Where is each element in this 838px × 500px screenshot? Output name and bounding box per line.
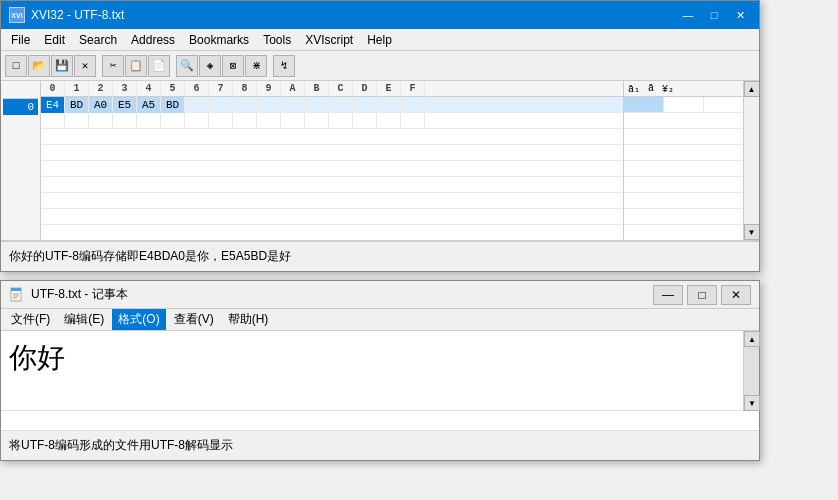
empty-cell bbox=[161, 113, 185, 129]
hex-cell-0-0[interactable]: E4 bbox=[41, 97, 65, 113]
hex-cell-0-b[interactable] bbox=[305, 97, 329, 113]
toolbar-open[interactable]: 📂 bbox=[28, 55, 50, 77]
hex-cell-0-3[interactable]: E5 bbox=[113, 97, 137, 113]
hex-cell-0-9[interactable] bbox=[257, 97, 281, 113]
menu-tools[interactable]: Tools bbox=[257, 31, 297, 49]
hex-row-6 bbox=[41, 193, 623, 209]
hex-row-2 bbox=[41, 129, 623, 145]
hex-col-7: 7 bbox=[209, 81, 233, 97]
notepad-maximize-button[interactable]: □ bbox=[687, 285, 717, 305]
notepad-menu-view[interactable]: 查看(V) bbox=[168, 309, 220, 330]
hex-cell-0-2[interactable]: A0 bbox=[89, 97, 113, 113]
notepad-close-button[interactable]: ✕ bbox=[721, 285, 751, 305]
notepad-scroll-track[interactable] bbox=[744, 347, 759, 395]
char-row-6 bbox=[624, 193, 743, 209]
toolbar-paste[interactable]: 📄 bbox=[148, 55, 170, 77]
notepad-app-icon bbox=[9, 287, 25, 303]
hex-col-0: 0 bbox=[41, 81, 65, 97]
offset-row-empty-6 bbox=[3, 195, 38, 211]
toolbar-btn6[interactable]: ⊠ bbox=[222, 55, 244, 77]
empty-cell bbox=[137, 113, 161, 129]
notepad-menu-file[interactable]: 文件(F) bbox=[5, 309, 56, 330]
empty-cell bbox=[113, 113, 137, 129]
char-cell-0 bbox=[624, 97, 664, 112]
notepad-content-text: 你好 bbox=[9, 339, 65, 377]
xvi32-minimize-button[interactable]: — bbox=[677, 6, 699, 24]
notepad-window: UTF-8.txt - 记事本 — □ ✕ 文件(F) 编辑(E) 格式(O) … bbox=[0, 280, 760, 461]
hex-grid: 0 1 2 3 4 5 6 7 8 9 A B C D E F E4 BD bbox=[41, 81, 623, 240]
empty-cell bbox=[65, 113, 89, 129]
notepad-title-left: UTF-8.txt - 记事本 bbox=[9, 286, 128, 303]
hex-cell-0-a[interactable] bbox=[281, 97, 305, 113]
empty-cell bbox=[305, 113, 329, 129]
empty-cell bbox=[329, 113, 353, 129]
notepad-content-wrapper: 你好 ▲ ▼ bbox=[1, 331, 759, 411]
hex-cell-0-1[interactable]: BD bbox=[65, 97, 89, 113]
hex-cell-0-8[interactable] bbox=[233, 97, 257, 113]
empty-cell bbox=[377, 113, 401, 129]
toolbar-save[interactable]: 💾 bbox=[51, 55, 73, 77]
empty-cell bbox=[209, 113, 233, 129]
notepad-menu-format[interactable]: 格式(O) bbox=[112, 309, 165, 330]
toolbar-copy[interactable]: 📋 bbox=[125, 55, 147, 77]
hex-col-1: 1 bbox=[65, 81, 89, 97]
scrollbar-up-arrow[interactable]: ▲ bbox=[744, 81, 760, 97]
offset-row-0: 0 bbox=[3, 99, 38, 115]
scrollbar-down-arrow[interactable]: ▼ bbox=[744, 224, 760, 240]
hex-cell-0-5[interactable]: BD bbox=[161, 97, 185, 113]
menu-help[interactable]: Help bbox=[361, 31, 398, 49]
notepad-menu-help[interactable]: 帮助(H) bbox=[222, 309, 275, 330]
xvi32-titlebar: XVI XVI32 - UTF-8.txt — □ ✕ bbox=[1, 1, 759, 29]
toolbar-help[interactable]: ↯ bbox=[273, 55, 295, 77]
toolbar-close[interactable]: ✕ bbox=[74, 55, 96, 77]
toolbar-btn7[interactable]: ⋇ bbox=[245, 55, 267, 77]
char-header-3: ¥₂ bbox=[662, 83, 674, 95]
notepad-text-area[interactable]: 你好 bbox=[1, 331, 743, 411]
toolbar-btn5[interactable]: ◈ bbox=[199, 55, 221, 77]
hex-col-f: F bbox=[401, 81, 425, 97]
hex-cell-0-c[interactable] bbox=[329, 97, 353, 113]
offset-row-empty-7 bbox=[3, 211, 38, 227]
hex-cell-0-d[interactable] bbox=[353, 97, 377, 113]
notepad-scroll-down[interactable]: ▼ bbox=[744, 395, 760, 411]
xvi32-scrollbar: ▲ ▼ bbox=[743, 81, 759, 240]
hex-cell-0-4[interactable]: A5 bbox=[137, 97, 161, 113]
offset-header bbox=[3, 83, 38, 99]
hex-row-3 bbox=[41, 145, 623, 161]
toolbar-find[interactable]: 🔍 bbox=[176, 55, 198, 77]
hex-cell-0-7[interactable] bbox=[209, 97, 233, 113]
empty-cell bbox=[401, 113, 425, 129]
char-row-2 bbox=[624, 129, 743, 145]
notepad-minimize-button[interactable]: — bbox=[653, 285, 683, 305]
char-header-2: ā bbox=[648, 83, 654, 94]
offset-row-empty-3 bbox=[3, 147, 38, 163]
hex-area: 0 0 1 2 3 4 5 6 7 8 9 A bbox=[1, 81, 759, 241]
menu-address[interactable]: Address bbox=[125, 31, 181, 49]
hex-col-a: A bbox=[281, 81, 305, 97]
hex-cell-0-e[interactable] bbox=[377, 97, 401, 113]
empty-cell bbox=[89, 113, 113, 129]
menu-bookmarks[interactable]: Bookmarks bbox=[183, 31, 255, 49]
offset-row-empty-4 bbox=[3, 163, 38, 179]
toolbar-cut[interactable]: ✂ bbox=[102, 55, 124, 77]
notepad-icon-svg bbox=[9, 287, 25, 303]
xvi32-maximize-button[interactable]: □ bbox=[703, 6, 725, 24]
hex-cell-0-f[interactable] bbox=[401, 97, 425, 113]
notepad-menu-edit[interactable]: 编辑(E) bbox=[58, 309, 110, 330]
hex-cell-0-6[interactable] bbox=[185, 97, 209, 113]
hex-col-b: B bbox=[305, 81, 329, 97]
notepad-scroll-up[interactable]: ▲ bbox=[744, 331, 760, 347]
toolbar-new[interactable]: □ bbox=[5, 55, 27, 77]
char-row-1 bbox=[624, 113, 743, 129]
hex-row-5 bbox=[41, 177, 623, 193]
empty-cell bbox=[233, 113, 257, 129]
hex-row-7 bbox=[41, 209, 623, 225]
menu-edit[interactable]: Edit bbox=[38, 31, 71, 49]
char-cell-2 bbox=[704, 97, 743, 112]
menu-file[interactable]: File bbox=[5, 31, 36, 49]
xvi32-status-text: 你好的UTF-8编码存储即E4BDA0是你，E5A5BD是好 bbox=[1, 241, 759, 271]
menu-xviscript[interactable]: XVIscript bbox=[299, 31, 359, 49]
notepad-window-controls: — □ ✕ bbox=[653, 285, 751, 305]
menu-search[interactable]: Search bbox=[73, 31, 123, 49]
xvi32-close-button[interactable]: ✕ bbox=[729, 6, 751, 24]
